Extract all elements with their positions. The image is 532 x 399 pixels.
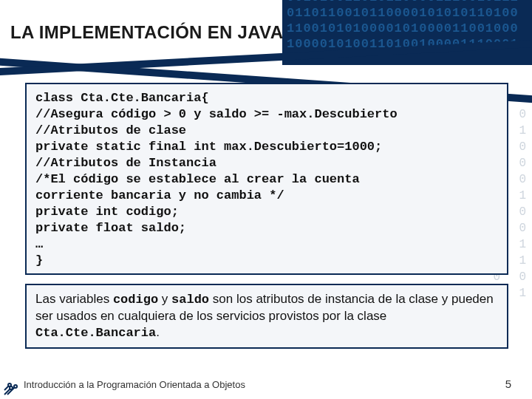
code-line: … xyxy=(35,236,498,253)
note-code-term: codigo xyxy=(113,293,158,307)
code-line: /*El código se establece al crear la cue… xyxy=(35,171,498,188)
footer-text: Introducción a la Programación Orientada… xyxy=(24,379,245,390)
code-line: corriente bancaria y no cambia */ xyxy=(35,188,498,204)
code-line: private static final int max.Descubierto… xyxy=(35,139,498,155)
note-text: y xyxy=(158,292,171,306)
code-line: class Cta.Cte.Bancaria{ xyxy=(35,90,498,106)
code-line: private int codigo; xyxy=(35,204,498,220)
note-text: Las variables xyxy=(35,292,113,306)
note-code-term: Cta.Cte.Bancaria xyxy=(35,326,156,340)
circuit-icon xyxy=(3,374,25,396)
note-text: . xyxy=(156,325,160,339)
header-banner: 0010100110101100001110010111 01101100101… xyxy=(282,0,532,65)
code-line: //Asegura código > 0 y saldo >= -max.Des… xyxy=(35,106,498,123)
svg-point-2 xyxy=(8,383,11,386)
note-code-term: saldo xyxy=(171,293,209,307)
slide-header: LA IMPLEMENTACIÓN EN JAVA 00101001101011… xyxy=(0,0,532,65)
banner-binary-text: 0010100110101100001110010111 01101100101… xyxy=(287,0,532,52)
code-line: //Atributos de clase xyxy=(35,123,498,139)
code-line: private float saldo; xyxy=(35,220,498,236)
slide-title: LA IMPLEMENTACIÓN EN JAVA xyxy=(10,22,283,43)
page-number: 5 xyxy=(505,378,511,390)
code-line: } xyxy=(35,253,498,269)
note-block: Las variables codigo y saldo son los atr… xyxy=(25,284,508,349)
code-line: //Atributos de Instancia xyxy=(35,155,498,171)
code-block: class Cta.Cte.Bancaria{ //Asegura código… xyxy=(25,83,508,275)
svg-point-1 xyxy=(14,385,17,388)
